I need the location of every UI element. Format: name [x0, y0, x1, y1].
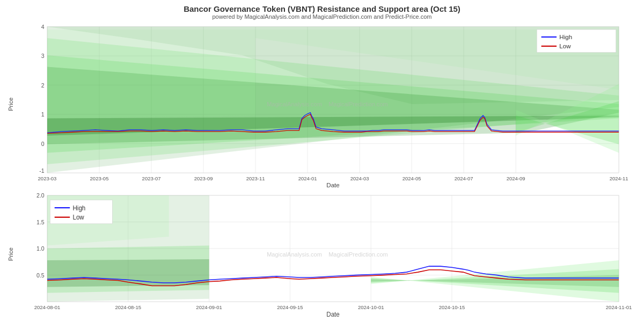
svg-text:2024-09-01: 2024-09-01 [196, 304, 222, 310]
svg-rect-45 [537, 30, 616, 53]
svg-text:1: 1 [41, 111, 45, 118]
page-subtitle: powered by MagicalAnalysis.com and Magic… [0, 13, 644, 20]
svg-text:2023-07: 2023-07 [142, 175, 161, 181]
svg-text:2024-03: 2024-03 [350, 175, 369, 181]
svg-text:-1: -1 [39, 167, 44, 174]
svg-text:2024-01: 2024-01 [298, 175, 317, 181]
page-title: Bancor Governance Token (VBNT) Resistanc… [0, 4, 644, 13]
svg-text:4: 4 [41, 24, 45, 30]
bottom-chart-y-label: Price [5, 189, 16, 319]
svg-text:2.0: 2.0 [36, 192, 45, 199]
page-container: Bancor Governance Token (VBNT) Resistanc… [0, 0, 644, 322]
svg-text:High: High [72, 204, 85, 211]
svg-text:2024-11: 2024-11 [610, 175, 628, 181]
svg-text:2023-11: 2023-11 [246, 175, 265, 181]
svg-marker-77 [47, 259, 209, 287]
header: Bancor Governance Token (VBNT) Resistanc… [0, 0, 644, 21]
top-chart-y-label: Price [5, 21, 16, 187]
svg-text:2024-08-15: 2024-08-15 [115, 304, 141, 310]
svg-text:0: 0 [41, 141, 45, 147]
top-chart-wrapper: Price [5, 21, 639, 187]
svg-text:1.5: 1.5 [36, 219, 45, 225]
svg-text:Date: Date [326, 181, 339, 187]
svg-text:2024-11-01: 2024-11-01 [606, 304, 632, 310]
svg-text:2023-05: 2023-05 [90, 175, 109, 181]
svg-text:2024-07: 2024-07 [455, 175, 473, 181]
svg-text:2024-08-01: 2024-08-01 [34, 304, 60, 310]
svg-text:2024-09: 2024-09 [507, 175, 525, 181]
top-chart-svg: 4 3 2 1 0 -1 [16, 21, 639, 187]
svg-text:2024-05: 2024-05 [402, 175, 421, 181]
svg-text:2: 2 [41, 82, 45, 89]
svg-text:Low: Low [559, 42, 571, 49]
svg-text:2024-10-15: 2024-10-15 [439, 304, 465, 310]
svg-text:1.0: 1.0 [36, 245, 45, 252]
bottom-chart-svg-container: 2.0 1.5 1.0 0.5 2024-08-01 2024-08-15 2 [16, 189, 639, 319]
svg-text:3: 3 [41, 53, 45, 59]
svg-text:High: High [559, 33, 572, 40]
svg-text:2024-09-15: 2024-09-15 [277, 304, 303, 310]
charts-area: Price [0, 21, 644, 322]
bottom-chart-svg: 2.0 1.5 1.0 0.5 2024-08-01 2024-08-15 2 [16, 189, 639, 319]
bottom-chart-wrapper: Price [5, 189, 639, 319]
svg-text:Low: Low [72, 214, 84, 221]
svg-text:0.5: 0.5 [36, 272, 45, 279]
top-chart-svg-container: 4 3 2 1 0 -1 [16, 21, 639, 187]
svg-text:2024-10-01: 2024-10-01 [358, 304, 384, 310]
svg-text:2023-09: 2023-09 [194, 175, 213, 181]
svg-text:2023-03: 2023-03 [38, 175, 57, 181]
svg-text:Date: Date [326, 310, 340, 318]
